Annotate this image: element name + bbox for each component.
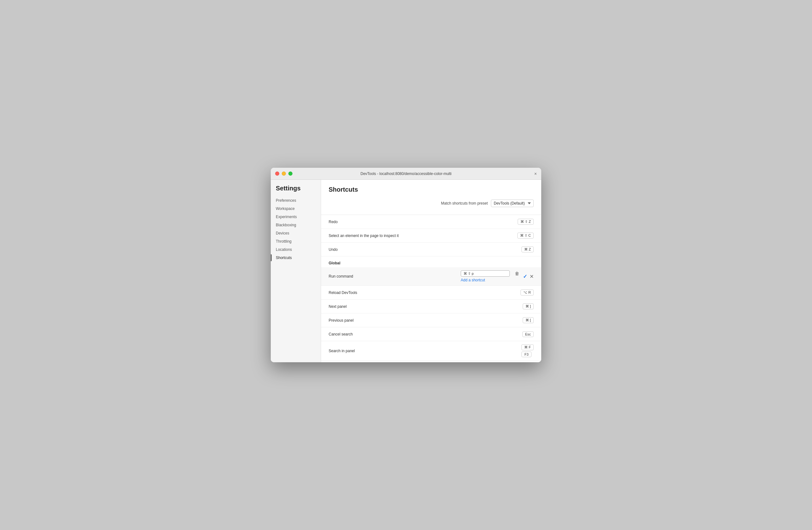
sidebar-item-label: Devices — [276, 231, 289, 235]
sidebar-item-blackboxing[interactable]: Blackboxing — [271, 221, 321, 229]
shortcut-keys: ⌘ [ — [523, 317, 534, 323]
shortcut-name: Next panel — [329, 304, 523, 309]
preset-select[interactable]: DevTools (Default) Visual Studio Code — [491, 199, 534, 207]
key-badge-f3: F3 — [521, 351, 532, 357]
shortcut-row-cancel-search: Cancel search Esc — [321, 327, 541, 341]
main-panel: Shortcuts Match shortcuts from preset De… — [321, 180, 541, 362]
main-header: Shortcuts Match shortcuts from preset De… — [321, 180, 541, 215]
shortcut-keys: Esc — [522, 331, 534, 337]
titlebar-close-button[interactable]: × — [534, 171, 537, 176]
key-badge: ⌥ R — [521, 290, 534, 295]
editing-actions: ✓ ✕ — [523, 274, 534, 279]
shortcut-name: Undo — [329, 247, 521, 252]
preset-label: Match shortcuts from preset — [441, 201, 488, 206]
shortcut-keys: ⌥ R — [521, 290, 534, 295]
key-badge: ⌘ F — [521, 344, 534, 350]
close-button[interactable] — [275, 171, 279, 176]
sidebar-item-preferences[interactable]: Preferences — [271, 196, 321, 205]
shortcut-row-next-panel: Next panel ⌘ ] — [321, 299, 541, 313]
shortcut-row-reload-devtools: Reload DevTools ⌥ R — [321, 286, 541, 299]
shortcut-name: Select an element in the page to inspect… — [329, 234, 517, 238]
run-command-input-row: 🗑 — [461, 270, 519, 277]
sidebar-item-shortcuts[interactable]: Shortcuts — [271, 254, 321, 262]
shortcut-name: Run command — [329, 274, 461, 279]
delete-shortcut-icon[interactable]: 🗑 — [515, 271, 519, 276]
key-shortcut-input[interactable] — [461, 270, 510, 277]
shortcut-row-redo: Redo ⌘ ⇧ Z — [321, 215, 541, 229]
sidebar-item-locations[interactable]: Locations — [271, 246, 321, 254]
key-badge: Esc — [522, 331, 534, 337]
run-command-edit-area: 🗑 Add a shortcut — [461, 270, 519, 282]
sidebar-item-label: Shortcuts — [276, 255, 292, 260]
sidebar-item-throttling[interactable]: Throttling — [271, 237, 321, 246]
sidebar-item-devices[interactable]: Devices — [271, 229, 321, 237]
sidebar-item-label: Throttling — [276, 239, 291, 243]
shortcut-keys: ⌘ ⇧ Z — [518, 219, 534, 225]
sidebar-item-experiments[interactable]: Experiments — [271, 213, 321, 221]
shortcut-row-undo: Undo ⌘ Z — [321, 243, 541, 256]
shortcut-keys: ⌘ F F3 — [521, 344, 534, 357]
window-title: DevTools - localhost:8080/demo/accessibl… — [360, 171, 451, 176]
sidebar-title: Settings — [271, 185, 321, 196]
shortcut-keys: ⌘ ⇧ C — [517, 233, 534, 239]
key-badge: ⌘ ⇧ C — [517, 233, 534, 239]
settings-content: Settings Preferences Workspace Experimen… — [271, 180, 541, 362]
shortcut-row-run-command: Run command 🗑 Add a shortcut ✓ ✕ — [321, 267, 541, 286]
shortcut-row-previous-panel: Previous panel ⌘ [ — [321, 313, 541, 327]
shortcut-name: Redo — [329, 220, 518, 224]
titlebar: DevTools - localhost:8080/demo/accessibl… — [271, 168, 541, 180]
confirm-edit-icon[interactable]: ✓ — [523, 274, 527, 279]
sidebar-item-label: Locations — [276, 247, 292, 252]
sidebar-item-workspace[interactable]: Workspace — [271, 205, 321, 213]
shortcuts-table: Redo ⌘ ⇧ Z Select an element in the page… — [321, 215, 541, 362]
minimize-button[interactable] — [282, 171, 286, 176]
maximize-button[interactable] — [288, 171, 292, 176]
preset-row: Match shortcuts from preset DevTools (De… — [329, 197, 534, 210]
shortcut-row-search-in-panel: Search in panel ⌘ F F3 — [321, 341, 541, 361]
shortcut-name: Reload DevTools — [329, 291, 521, 295]
shortcut-row-select-element: Select an element in the page to inspect… — [321, 229, 541, 243]
shortcut-row-find-next: Find next result ⌘ G — [321, 361, 541, 362]
add-shortcut-link[interactable]: Add a shortcut — [461, 278, 519, 282]
page-title: Shortcuts — [329, 186, 534, 193]
traffic-lights — [275, 171, 292, 176]
devtools-window: DevTools - localhost:8080/demo/accessibl… — [271, 168, 541, 362]
cancel-edit-icon[interactable]: ✕ — [530, 274, 534, 279]
sidebar-item-label: Preferences — [276, 198, 296, 203]
shortcut-name: Previous panel — [329, 318, 523, 323]
section-header-global: Global — [321, 256, 541, 267]
shortcut-name: Search in panel — [329, 349, 521, 353]
sidebar-item-label: Workspace — [276, 207, 295, 211]
key-badge: ⌘ ⇧ Z — [518, 219, 534, 225]
settings-sidebar: Settings Preferences Workspace Experimen… — [271, 180, 321, 362]
shortcut-keys: ⌘ ] — [523, 303, 534, 309]
key-badge: ⌘ [ — [523, 317, 534, 323]
sidebar-item-label: Blackboxing — [276, 223, 296, 227]
key-badge: ⌘ ] — [523, 303, 534, 309]
shortcut-keys: ⌘ Z — [521, 247, 534, 252]
sidebar-item-label: Experiments — [276, 215, 297, 219]
shortcut-name: Cancel search — [329, 332, 522, 336]
key-badge: ⌘ Z — [521, 247, 534, 252]
